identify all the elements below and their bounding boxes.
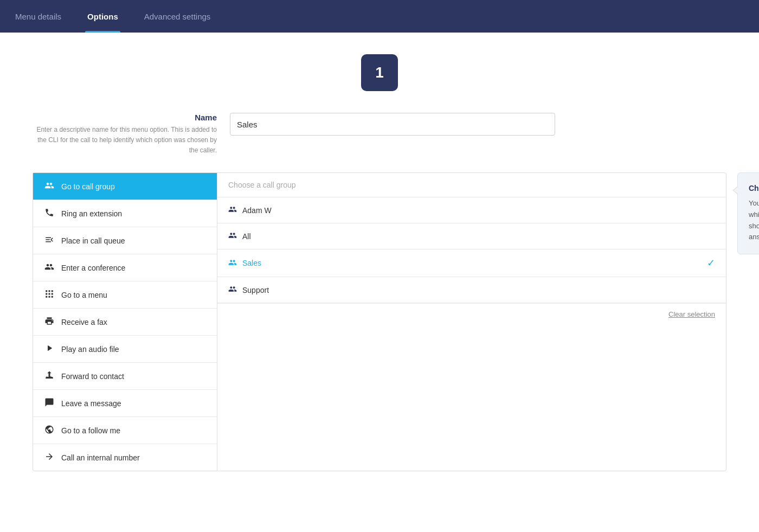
group-people-icon-1 (228, 231, 237, 241)
option-audio[interactable]: Play an audio file (33, 336, 217, 363)
message-icon (44, 398, 55, 409)
option-internal[interactable]: Call an internal number (33, 444, 217, 471)
name-label-col: Name Enter a descriptive name for this m… (33, 113, 217, 155)
option-forward-label: Forward to contact (61, 372, 124, 381)
option-menu[interactable]: Go to a menu (33, 281, 217, 309)
people-icon (44, 181, 55, 192)
forward2-icon (44, 452, 55, 463)
option-internal-label: Call an internal number (61, 453, 140, 462)
queue-icon (44, 235, 55, 246)
option-audio-label: Play an audio file (61, 345, 119, 354)
name-hint: Enter a descriptive name for this menu o… (36, 126, 217, 154)
globe-icon (44, 425, 55, 436)
options-left-panel: Go to call group Ring an extension (33, 172, 217, 471)
call-group-sales[interactable]: Sales ✓ (217, 249, 726, 277)
grid-icon (44, 289, 55, 300)
name-form-row: Name Enter a descriptive name for this m… (33, 113, 726, 155)
option-ring-extension[interactable]: Ring an extension (33, 200, 217, 227)
tooltip-title: Choosing a destination (749, 184, 759, 193)
step-badge: 1 (361, 54, 398, 91)
check-icon: ✓ (707, 257, 715, 269)
name-input-col (230, 113, 726, 136)
play-icon (44, 343, 55, 355)
options-right-panel: Choose a call group Adam W (217, 172, 726, 471)
step-badge-wrapper: 1 (33, 54, 726, 91)
option-message[interactable]: Leave a message (33, 390, 217, 417)
name-label: Name (33, 113, 217, 122)
nav-menu-details[interactable]: Menu details (13, 0, 63, 33)
conference-icon (44, 262, 55, 273)
call-group-all[interactable]: All (217, 223, 726, 249)
clear-selection-row: Clear selection (217, 303, 726, 325)
main-content: 1 Name Enter a descriptive name for this… (0, 33, 759, 493)
call-group-support[interactable]: Support (217, 277, 726, 303)
option-conference[interactable]: Enter a conference (33, 254, 217, 281)
option-fax-label: Receive a fax (61, 318, 107, 326)
tooltip-box: Choosing a destination You can use these… (737, 172, 759, 254)
fax-icon (44, 316, 55, 328)
option-ring-extension-label: Ring an extension (61, 209, 122, 218)
option-menu-label: Go to a menu (61, 291, 107, 299)
option-conference-label: Enter a conference (61, 264, 125, 272)
option-call-queue-label: Place in call queue (61, 236, 125, 245)
phone-icon (44, 208, 55, 219)
option-call-group[interactable]: Go to call group (33, 173, 217, 200)
option-follow-me-label: Go to a follow me (61, 426, 120, 435)
option-follow-me[interactable]: Go to a follow me (33, 417, 217, 444)
option-message-label: Leave a message (61, 399, 121, 408)
group-people-icon-2 (228, 258, 237, 268)
group-people-icon-0 (228, 205, 237, 215)
group-people-icon-3 (228, 285, 237, 295)
option-fax[interactable]: Receive a fax (33, 309, 217, 336)
bottom-area: Go to call group Ring an extension (33, 172, 726, 471)
top-navigation: Menu details Options Advanced settings (0, 0, 759, 33)
call-group-support-label: Support (242, 286, 269, 294)
call-group-all-label: All (242, 232, 251, 241)
clear-selection-button[interactable]: Clear selection (668, 310, 715, 318)
option-call-queue[interactable]: Place in call queue (33, 227, 217, 254)
forward-icon (44, 370, 55, 382)
option-call-group-label: Go to call group (61, 182, 115, 191)
call-group-header: Choose a call group (217, 173, 726, 197)
tooltip-text: You can use these options to choose whic… (749, 198, 759, 243)
nav-advanced-settings[interactable]: Advanced settings (142, 0, 213, 33)
call-group-adam-w[interactable]: Adam W (217, 197, 726, 223)
name-input[interactable] (230, 113, 555, 136)
call-group-sales-label: Sales (242, 259, 261, 267)
option-forward[interactable]: Forward to contact (33, 363, 217, 390)
nav-options[interactable]: Options (85, 0, 120, 33)
call-group-adam-w-label: Adam W (242, 206, 272, 215)
